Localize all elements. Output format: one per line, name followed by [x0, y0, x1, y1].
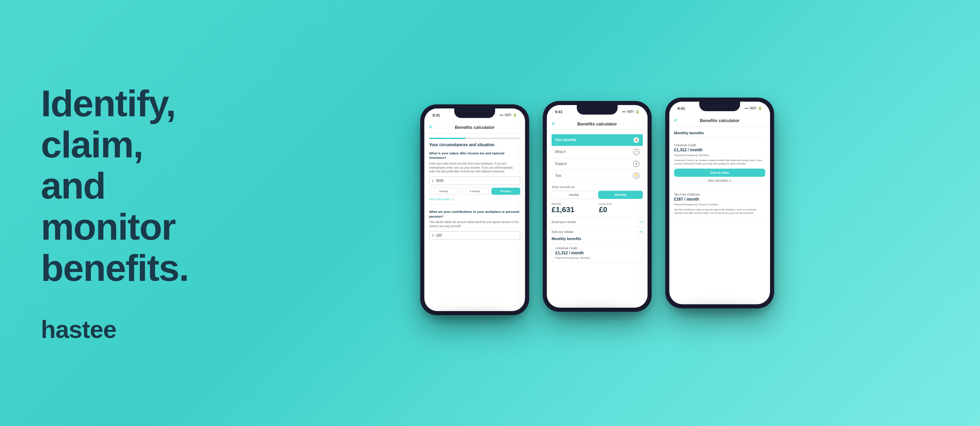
- phone1-value2: 100: [436, 234, 442, 237]
- phone1-value1: 2500: [436, 179, 443, 182]
- phones-section: 9:41 ▪▪▪ WiFi 🔋 < Benefits calculator: [221, 84, 980, 342]
- phone1-screen: 9:41 ▪▪▪ WiFi 🔋 < Benefits calculator: [424, 108, 525, 311]
- tips-icon: 💡: [633, 173, 640, 179]
- phone3-wrapper: 9:41 ▪▪▪ WiFi 🔋 < Benefits calculator Mo…: [665, 98, 774, 315]
- headline-line2: and monitor: [41, 165, 201, 247]
- phone3-view-calc[interactable]: View calculation ∨: [674, 179, 765, 182]
- phone1-content: Your circumstances and situation What is…: [424, 134, 525, 311]
- signal-icon: ▪▪▪: [500, 113, 503, 117]
- battery-icon3: 🔋: [758, 106, 762, 110]
- phone1-section-title: Your circumstances and situation: [429, 143, 520, 148]
- phone1-input1[interactable]: £ 2500: [429, 176, 520, 185]
- phone2-wrapper: 9:41 ▪▪▪ WiFi 🔋 < Benefits calculator: [543, 101, 652, 318]
- battery-icon2: 🔋: [635, 110, 640, 114]
- home-icon: 🏠: [633, 137, 640, 143]
- phone1: 9:41 ▪▪▪ WiFi 🔋 < Benefits calculator: [420, 105, 529, 315]
- phone1-q2-label: What are your contributions to your work…: [429, 209, 520, 219]
- phone2-notch: [577, 105, 617, 114]
- phone2-tab-support[interactable]: Support ⊕: [552, 158, 643, 170]
- phone1-shadow: [430, 312, 519, 322]
- headline: Identify, claim, and monitor benefits.: [41, 82, 201, 288]
- left-section: Identify, claim, and monitor benefits. h…: [0, 55, 221, 371]
- wifi-icon: WiFi: [504, 113, 511, 117]
- phone1-title: Benefits calculator: [455, 125, 495, 130]
- phone2-content: Your benefits 🏠 What if ? Support ⊕ T: [547, 130, 648, 308]
- phone3-benefit2-amount: £167 / month: [674, 197, 765, 202]
- phone3-benefit1-amount: £1,312 / month: [674, 147, 765, 152]
- phone1-more-info[interactable]: More information ∨: [429, 198, 520, 205]
- wifi-icon2: WiFi: [627, 110, 634, 114]
- headline-line1: Identify, claim,: [41, 82, 201, 165]
- phone1-freq-weekly[interactable]: Weekly: [429, 188, 458, 195]
- phone3-view-calc-label: View calculation: [708, 179, 729, 182]
- phone2-tab-yourbenefits[interactable]: Your benefits 🏠: [552, 134, 643, 146]
- phone3-monthly-benefits-title: Monthly benefits: [674, 131, 765, 137]
- battery-icon: 🔋: [513, 113, 517, 117]
- phone3-screen: 9:41 ▪▪▪ WiFi 🔋 < Benefits calculator Mo…: [669, 102, 770, 304]
- phone3-content: Monthly benefits Universal Credit £1,312…: [669, 127, 770, 304]
- phone2-edit-row[interactable]: Edit your details ✏: [552, 227, 643, 237]
- phone1-freq-buttons: Weekly 4 weekly Monthly: [429, 188, 520, 195]
- wifi-icon3: WiFi: [749, 106, 756, 110]
- phone1-q1-desc: Enter your take-home income from your em…: [429, 162, 520, 174]
- phone1-progress-fill: [429, 138, 466, 139]
- phone2-monthly-label: Monthly: [552, 202, 595, 205]
- phone2-lump-amount: £0: [599, 206, 643, 214]
- phone1-q1-label: What is your salary after income tax and…: [429, 151, 520, 160]
- phone2-back-arrow[interactable]: <: [552, 121, 555, 127]
- phone1-back-arrow[interactable]: <: [429, 124, 432, 130]
- phone1-wrapper: 9:41 ▪▪▪ WiFi 🔋 < Benefits calculator: [420, 105, 529, 322]
- phone1-q2-desc: This will be either the amount deducted …: [429, 220, 520, 228]
- logo-dot: .: [116, 316, 123, 343]
- phone2-monthly-benefits-title: Monthly benefits: [552, 237, 643, 241]
- phone3-benefit1: Universal Credit £1,312 / month Payment …: [674, 141, 765, 189]
- phone2-lump-label: Lump-sum: [599, 202, 643, 205]
- phone2-benefit1: Universal Credit £1,312 / month Payment …: [552, 244, 643, 263]
- phone3-benefit2: Tax-Free Childcare £167 / month Payment …: [674, 190, 765, 221]
- phone2: 9:41 ▪▪▪ WiFi 🔋 < Benefits calculator: [543, 101, 652, 312]
- phone1-currency2: £: [432, 234, 434, 237]
- phone2-monthly-col: Monthly £1,631: [552, 202, 595, 214]
- phone2-status-icons: ▪▪▪ WiFi 🔋: [622, 110, 640, 114]
- phone2-lump-value: £0: [599, 205, 607, 214]
- phone2-monthly-amount: £1,631: [552, 206, 595, 214]
- phone3-status-icons: ▪▪▪ WiFi 🔋: [745, 106, 762, 110]
- phone2-tab-whatif[interactable]: What if ?: [552, 146, 643, 158]
- phone2-edit-label: Edit your details: [552, 230, 573, 234]
- phone3-time: 9:41: [678, 106, 685, 111]
- phone2-toggle-monthly[interactable]: Monthly: [598, 191, 643, 199]
- question-icon: ?: [633, 149, 640, 155]
- phone2-tab-nav: Your benefits 🏠 What if ? Support ⊕ T: [552, 134, 643, 182]
- phone2-tab-tips-label: Tips: [555, 174, 562, 177]
- phone1-freq-monthly[interactable]: Monthly: [492, 188, 520, 195]
- phone3-back-arrow[interactable]: <: [674, 117, 677, 124]
- phone1-chevron-icon: ∨: [452, 198, 454, 201]
- phone3-title: Benefits calculator: [700, 118, 740, 123]
- phone3-app-header: < Benefits calculator: [669, 115, 770, 127]
- phone2-screen: 9:41 ▪▪▪ WiFi 🔋 < Benefits calculator: [547, 105, 648, 308]
- phone3-benefit2-desc: Tax-free Childcare helps to pay for appr…: [674, 208, 765, 215]
- phone3-how-to-claim-button[interactable]: How to claim: [674, 169, 765, 177]
- phone2-benefit1-amount: £1,312 / month: [555, 250, 639, 255]
- phone3-benefit2-name: Tax-Free Childcare: [674, 193, 765, 196]
- share-icon: ↪: [640, 220, 643, 224]
- phone2-toggle-buttons: Weekly Monthly: [552, 191, 643, 199]
- phone2-tab-support-label: Support: [555, 162, 567, 166]
- logo: hastee.: [41, 315, 201, 344]
- phone1-freq-4weekly[interactable]: 4 weekly: [460, 188, 489, 195]
- phone2-tab-tips[interactable]: Tips 💡: [552, 170, 643, 182]
- phone2-title: Benefits calculator: [578, 121, 617, 127]
- phone1-input2[interactable]: £ 100: [429, 231, 520, 240]
- phone3-notch: [699, 102, 740, 111]
- phone1-currency1: £: [432, 179, 434, 182]
- phone2-lump-col: Lump-sum £0: [599, 202, 643, 214]
- phone3-shadow: [675, 305, 764, 315]
- phone3-chevron-icon: ∨: [729, 179, 732, 182]
- phone1-time: 9:41: [433, 113, 440, 117]
- phone2-benefit1-freq: Payment frequency: Monthly: [555, 257, 639, 260]
- phone2-toggle-weekly[interactable]: Weekly: [552, 191, 596, 199]
- phone3-benefit1-desc: Universal Credit is an income-related be…: [674, 159, 765, 166]
- phone2-email-row[interactable]: Email your results ↪: [552, 217, 643, 227]
- phone2-tab-whatif-label: What if: [555, 150, 566, 154]
- phone1-more-info-label: More information: [429, 198, 451, 201]
